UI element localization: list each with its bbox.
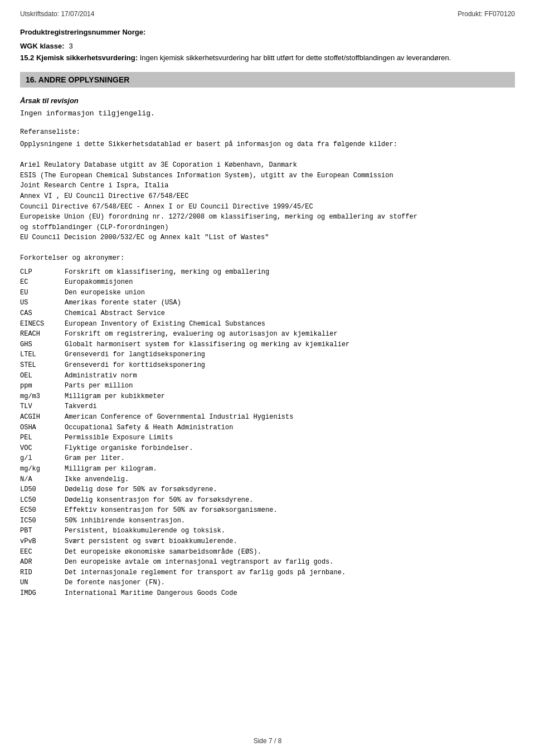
abbr-key: CLP xyxy=(20,267,65,278)
abbr-key: RID xyxy=(20,568,65,578)
kjemisk-text: Ingen kjemisk sikkerhetsvurdering har bl… xyxy=(140,54,451,62)
section16-header: 16. ANDRE OPPLYSNINGER xyxy=(20,72,515,88)
abbr-value: American Conference of Governmental Indu… xyxy=(65,412,293,423)
abbr-value: De forente nasjoner (FN). xyxy=(65,578,165,588)
abbr-value: 50% inhibirende konsentrasjon. xyxy=(65,516,185,526)
abbr-row: mg/m3Milligram per kubikkmeter xyxy=(20,391,515,402)
abbr-key: IMDG xyxy=(20,588,65,599)
abbr-row: g/lGram per liter. xyxy=(20,453,515,464)
abbr-value: Det europeiske økonomiske samarbeidsområ… xyxy=(65,547,261,558)
abbr-value: Grenseverdi for langtidseksponering xyxy=(65,350,205,360)
abbr-row: LC50Dødelig konsentrasjon for 50% av for… xyxy=(20,495,515,506)
produkt-label: Produkt: xyxy=(458,10,483,18)
referanseliste-text: Opplysningene i dette Sikkerhetsdatablad… xyxy=(20,139,515,243)
abbr-key: UN xyxy=(20,578,65,588)
kjemisk-block: 15.2 Kjemisk sikkerhetsvurdering: Ingen … xyxy=(20,54,515,62)
utskriftsdato-label: Utskriftsdato: xyxy=(20,10,59,18)
abbr-value: Parts per million xyxy=(65,381,133,391)
page-header: Utskriftsdato: 17/07/2014 Produkt: FF070… xyxy=(20,10,515,18)
abbr-row: PELPermissible Exposure Limits xyxy=(20,433,515,443)
abbr-key: PBT xyxy=(20,526,65,536)
abbr-row: IMDGInternational Maritime Dangerous Goo… xyxy=(20,588,515,599)
abbr-row: OSHAOccupational Safety & Heath Administ… xyxy=(20,423,515,433)
abbr-row: ECEuropakommisjonen xyxy=(20,277,515,288)
abbr-value: Milligram per kilogram. xyxy=(65,464,157,474)
abbr-value: Occupational Safety & Heath Administrati… xyxy=(65,423,233,433)
abbr-key: STEL xyxy=(20,360,65,371)
abbr-row: CASChemical Abstract Service xyxy=(20,308,515,319)
abbr-key: ppm xyxy=(20,381,65,391)
abbr-value: Globalt harmonisert system for klassifis… xyxy=(65,340,349,350)
abbr-key: vPvB xyxy=(20,536,65,547)
abbr-row: LTELGrenseverdi for langtidseksponering xyxy=(20,350,515,360)
abbr-row: VOCFlyktige organiske forbindelser. xyxy=(20,443,515,454)
abbr-row: CLPForskrift om klassifisering, merking … xyxy=(20,267,515,278)
abbr-value: Effektiv konsentrasjon for 50% av forsøk… xyxy=(65,505,278,516)
abbr-row: EC50Effektiv konsentrasjon for 50% av fo… xyxy=(20,505,515,516)
abbr-key: EEC xyxy=(20,547,65,558)
abbr-value: Grenseverdi for korttidseksponering xyxy=(65,360,205,371)
forkortelser-title: Forkortelser og akronymer: xyxy=(20,253,515,264)
abbr-key: US xyxy=(20,298,65,308)
abbr-row: ADRDen europeiske avtale om internasjona… xyxy=(20,557,515,568)
abbr-row: TLVTakverdi xyxy=(20,401,515,412)
referanseliste-title: Referanseliste: xyxy=(20,127,515,138)
abbr-value: Dødelig konsentrasjon for 50% av forsøks… xyxy=(65,495,253,506)
abbr-row: EECDet europeiske økonomiske samarbeidso… xyxy=(20,547,515,558)
abbr-key: mg/kg xyxy=(20,464,65,474)
abbr-value: Gram per liter. xyxy=(65,453,125,464)
abbr-row: EINECSEuropean Inventory of Existing Che… xyxy=(20,319,515,329)
abbr-key: mg/m3 xyxy=(20,391,65,402)
abbr-value: Chemical Abstract Service xyxy=(65,308,165,319)
abbr-key: EU xyxy=(20,288,65,298)
utskriftsdato-value: 17/07/2014 xyxy=(61,10,94,18)
abbr-key: OEL xyxy=(20,371,65,381)
abbr-value: Takverdi xyxy=(65,401,97,412)
abbr-value: Den europeiske avtale om internasjonal v… xyxy=(65,557,333,568)
produkt-value: FF070120 xyxy=(484,10,515,18)
references-block: Referanseliste: Opplysningene i dette Si… xyxy=(20,127,515,244)
abbr-key: VOC xyxy=(20,443,65,454)
abbr-value: European Inventory of Existing Chemical … xyxy=(65,319,265,329)
page-container: Utskriftsdato: 17/07/2014 Produkt: FF070… xyxy=(0,0,535,756)
abbr-row: EUDen europeiske union xyxy=(20,288,515,298)
abbr-row: mg/kgMilligram per kilogram. xyxy=(20,464,515,474)
abbr-row: N/AIkke anvendelig. xyxy=(20,474,515,485)
abbr-value: Milligram per kubikkmeter xyxy=(65,391,165,402)
abbreviations-list: CLPForskrift om klassifisering, merking … xyxy=(20,267,515,599)
abbreviations-block: Forkortelser og akronymer: CLPForskrift … xyxy=(20,253,515,599)
abbr-key: EC xyxy=(20,277,65,288)
abbr-row: REACHForskrift om registrering, evalueri… xyxy=(20,329,515,340)
abbr-row: LD50Dødelig dose for 50% av forsøksdyren… xyxy=(20,484,515,495)
abbr-key: ADR xyxy=(20,557,65,568)
abbr-value: Det internasjonale reglement for transpo… xyxy=(65,568,346,578)
abbr-value: Permissible Exposure Limits xyxy=(65,433,173,443)
abbr-key: g/l xyxy=(20,453,65,464)
abbr-key: GHS xyxy=(20,340,65,350)
abbr-value: Europakommisjonen xyxy=(65,277,133,288)
product-reg-title: Produktregistreringsnummer Norge: xyxy=(20,28,515,36)
abbr-value: Flyktige organiske forbindelser. xyxy=(65,443,193,454)
abbr-row: IC5050% inhibirende konsentrasjon. xyxy=(20,516,515,526)
abbr-value: International Maritime Dangerous Goods C… xyxy=(65,588,237,599)
kjemisk-title: 15.2 Kjemisk sikkerhetsvurdering: xyxy=(20,54,138,62)
abbr-row: ACGIHAmerican Conference of Governmental… xyxy=(20,412,515,423)
abbr-key: IC50 xyxy=(20,516,65,526)
abbr-key: PEL xyxy=(20,433,65,443)
abbr-value: Amerikas forente stater (USA) xyxy=(65,298,181,308)
abbr-key: EINECS xyxy=(20,319,65,329)
wgk-row: WGK klasse: 3 xyxy=(20,42,515,50)
page-footer: Side 7 / 8 xyxy=(0,737,535,745)
abbr-value: Svært persistent og svært bioakkumuleren… xyxy=(65,536,237,547)
abbr-key: LTEL xyxy=(20,350,65,360)
abbr-key: CAS xyxy=(20,308,65,319)
header-left: Utskriftsdato: 17/07/2014 xyxy=(20,10,94,18)
abbr-key: N/A xyxy=(20,474,65,485)
abbr-value: Forskrift om registrering, evaluering og… xyxy=(65,329,338,340)
aarsak-title: Årsak til revisjon xyxy=(20,96,515,105)
abbr-row: STELGrenseverdi for korttidseksponering xyxy=(20,360,515,371)
abbr-row: ppmParts per million xyxy=(20,381,515,391)
abbr-row: OELAdministrativ norm xyxy=(20,371,515,381)
abbr-key: TLV xyxy=(20,401,65,412)
abbr-row: GHSGlobalt harmonisert system for klassi… xyxy=(20,340,515,350)
